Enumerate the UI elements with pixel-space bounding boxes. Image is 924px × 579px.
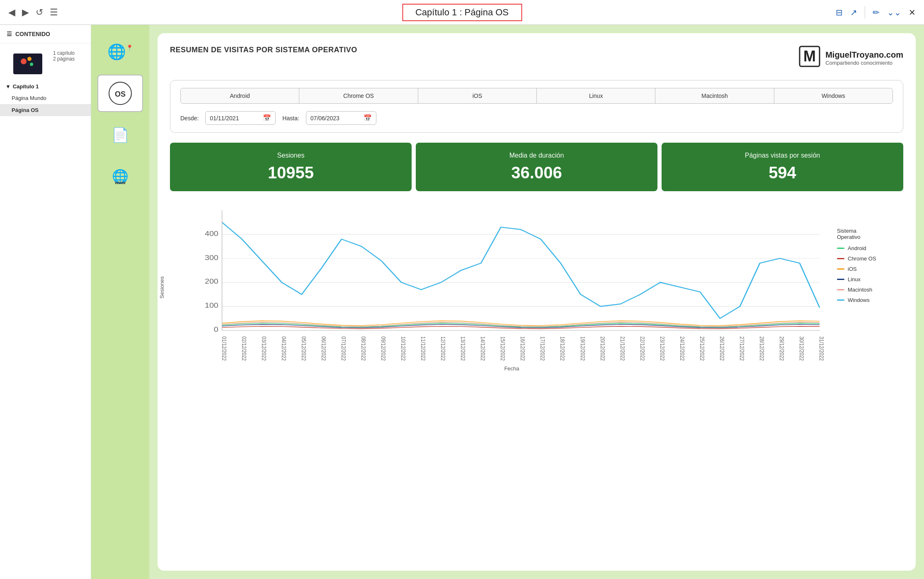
brand-m-icon: M: [799, 46, 820, 67]
svg-text:05/12/2022: 05/12/2022: [300, 336, 307, 360]
hasta-input[interactable]: [310, 115, 360, 122]
legend-item: Android: [837, 245, 903, 251]
stat-row: Sesiones 10955Media de duración 36.006Pá…: [170, 143, 903, 191]
legend-color-ios: [837, 268, 844, 270]
svg-text:09/12/2022: 09/12/2022: [380, 336, 387, 360]
legend-color-linux: [837, 279, 844, 280]
stat-box: Media de duración 36.006: [416, 143, 657, 191]
svg-text:400: 400: [205, 230, 218, 237]
svg-text:01/12/2022: 01/12/2022: [221, 336, 227, 360]
toolbar-left: ◀ ▶ ↺ ☰: [8, 7, 58, 18]
filter-section: AndroidChrome OSiOSLinuxMacintoshWindows…: [170, 80, 903, 133]
svg-text:18/12/2022: 18/12/2022: [559, 336, 566, 360]
legend-label: Macintosh: [848, 287, 872, 293]
svg-text:25/12/2022: 25/12/2022: [699, 336, 706, 360]
svg-text:10/12/2022: 10/12/2022: [400, 336, 407, 360]
chapter-info-1: 1 capítulo: [53, 50, 75, 56]
desde-input-wrap[interactable]: 📅: [205, 111, 276, 125]
desde-label: Desde:: [180, 115, 199, 122]
svg-text:04/12/2022: 04/12/2022: [280, 336, 287, 360]
hasta-label: Hasta:: [282, 115, 299, 122]
forward-button[interactable]: ▶: [22, 7, 29, 18]
tab-globe-pin[interactable]: 🌐📍: [97, 33, 143, 71]
legend-item: Chrome OS: [837, 255, 903, 262]
refresh-button[interactable]: ↺: [36, 7, 43, 18]
legend-item: Windows: [837, 297, 903, 303]
report-title: RESUMEN DE VISITAS POR SISTEMA OPERATIVO: [170, 46, 357, 54]
svg-text:20/12/2022: 20/12/2022: [599, 336, 606, 360]
os-tab-windows[interactable]: Windows: [774, 88, 892, 103]
tab-os[interactable]: OS: [97, 75, 143, 112]
legend-title: SistemaOperativo: [837, 228, 903, 240]
os-tab-android[interactable]: Android: [181, 88, 299, 103]
legend-color-chrome os: [837, 258, 844, 259]
os-tab-macintosh[interactable]: Macintosh: [655, 88, 774, 103]
legend-label: Android: [848, 245, 866, 251]
brand-logo: M MiguelTroyano.com Compartiendo conocim…: [799, 46, 903, 70]
stat-label: Media de duración: [424, 152, 649, 159]
stat-box: Sesiones 10955: [170, 143, 412, 191]
sidebar-menu-icon: ☰: [7, 31, 12, 37]
svg-text:03/12/2022: 03/12/2022: [260, 336, 267, 360]
brand-text: MiguelTroyano.com Compartiendo conocimie…: [825, 50, 903, 66]
edit-button[interactable]: ✏: [873, 7, 880, 17]
close-button[interactable]: ✕: [909, 7, 916, 17]
svg-text:300: 300: [205, 254, 218, 261]
tab-www-globe[interactable]: 🌐www: [97, 158, 143, 195]
sidebar-item-os[interactable]: Página OS: [0, 104, 91, 116]
svg-text:30/12/2022: 30/12/2022: [798, 336, 805, 360]
legend-label: Chrome OS: [848, 255, 876, 262]
os-tabs: AndroidChrome OSiOSLinuxMacintoshWindows: [180, 88, 893, 104]
sidebar-title: CONTENIDO: [15, 31, 50, 37]
chart-wrap: Sesiones 010020030040001/12/202202/12/20…: [170, 203, 903, 372]
back-button[interactable]: ◀: [8, 7, 15, 18]
os-tab-linux[interactable]: Linux: [537, 88, 655, 103]
chapter-thumbnail: [13, 54, 42, 74]
svg-text:M: M: [803, 48, 816, 65]
desde-calendar-icon[interactable]: 📅: [263, 114, 271, 122]
svg-text:15/12/2022: 15/12/2022: [500, 336, 506, 360]
svg-text:13/12/2022: 13/12/2022: [460, 336, 466, 360]
chapter-title: ▾ Capítulo 1: [0, 81, 91, 92]
svg-text:26/12/2022: 26/12/2022: [719, 336, 725, 360]
hasta-calendar-icon[interactable]: 📅: [364, 114, 372, 122]
main-chart: 010020030040001/12/202202/12/202203/12/2…: [195, 203, 829, 360]
legend-color-macintosh: [837, 289, 844, 290]
legend-item: Linux: [837, 276, 903, 282]
x-axis-label: Fecha: [195, 365, 829, 372]
stat-label: Páginas vistas por sesión: [670, 152, 895, 159]
stat-box: Páginas vistas por sesión 594: [662, 143, 903, 191]
os-tab-chrome-os[interactable]: Chrome OS: [299, 88, 418, 103]
page-title: Capítulo 1 : Página OS: [402, 4, 522, 21]
expand-button[interactable]: ⌄⌄: [887, 7, 901, 17]
svg-text:21/12/2022: 21/12/2022: [619, 336, 626, 360]
filter-button[interactable]: ⊟: [836, 7, 843, 17]
desde-input[interactable]: [210, 115, 259, 122]
hasta-input-wrap[interactable]: 📅: [306, 111, 376, 125]
stat-value: 36.006: [424, 163, 649, 182]
svg-text:100: 100: [205, 302, 218, 309]
svg-text:14/12/2022: 14/12/2022: [480, 336, 486, 360]
chapter-info-2: 2 páginas: [53, 56, 75, 62]
legend-label: Windows: [848, 297, 870, 303]
sidebar-item-mundo[interactable]: Página Mundo: [0, 92, 91, 104]
share-button[interactable]: ↗: [850, 7, 857, 17]
menu-button[interactable]: ☰: [50, 7, 58, 18]
tab-document[interactable]: 📄: [97, 116, 143, 153]
svg-text:22/12/2022: 22/12/2022: [639, 336, 645, 360]
toolbar-divider: [865, 6, 865, 19]
stat-value: 10955: [178, 163, 403, 182]
os-tab-ios[interactable]: iOS: [418, 88, 537, 103]
legend-color-android: [837, 248, 844, 249]
sidebar: ☰ CONTENIDO 1 capítulo 2 páginas ▾ Capít…: [0, 25, 91, 579]
brand-subtitle: Compartiendo conocimiento: [825, 60, 903, 66]
svg-text:17/12/2022: 17/12/2022: [539, 336, 546, 360]
brand-name: MiguelTroyano.com: [825, 50, 903, 60]
svg-text:29/12/2022: 29/12/2022: [778, 336, 785, 360]
svg-text:27/12/2022: 27/12/2022: [739, 336, 745, 360]
icon-sidebar: 🌐📍 OS 📄 🌐www: [91, 25, 149, 579]
content-area: RESUMEN DE VISITAS POR SISTEMA OPERATIVO…: [149, 25, 924, 579]
sidebar-header: ☰ CONTENIDO: [0, 25, 91, 44]
svg-text:02/12/2022: 02/12/2022: [240, 336, 247, 360]
svg-text:06/12/2022: 06/12/2022: [320, 336, 327, 360]
